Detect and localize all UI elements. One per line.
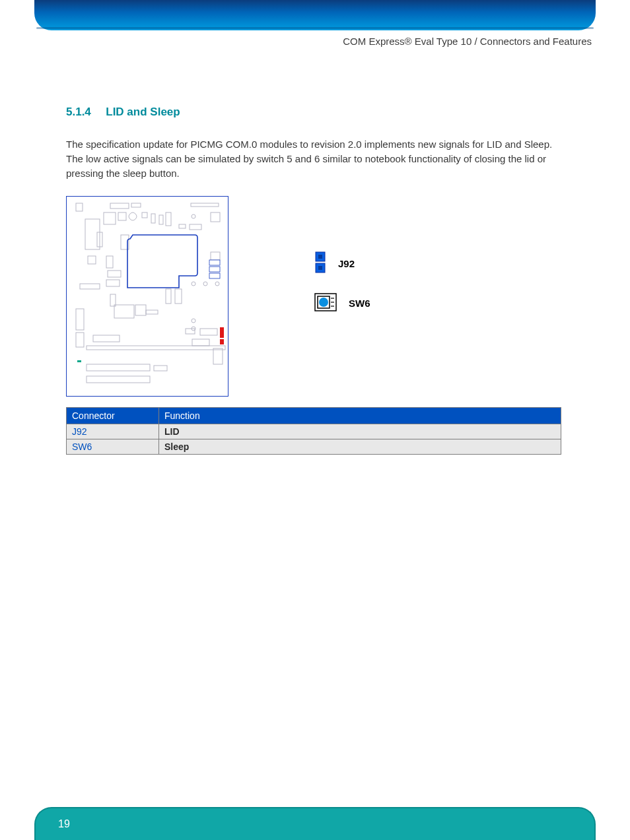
- sw6-icon: [314, 293, 337, 313]
- th-connector: Connector: [67, 408, 159, 424]
- figure-row: J92 SW6: [66, 196, 561, 397]
- section-number: 5.1.4: [66, 106, 91, 118]
- connector-table: Connector Function J92 LID SW6 Sleep: [66, 407, 561, 455]
- svg-point-58: [319, 298, 328, 307]
- cell-connector: SW6: [67, 439, 159, 455]
- svg-rect-47: [209, 267, 220, 272]
- table-row: SW6 Sleep: [67, 439, 561, 455]
- svg-rect-48: [209, 273, 220, 278]
- section-heading: 5.1.4 LID and Sleep: [66, 106, 561, 119]
- j92-icon: [314, 251, 326, 276]
- th-function: Function: [159, 408, 561, 424]
- cell-connector: J92: [67, 424, 159, 439]
- legend-sw6: SW6: [314, 293, 370, 313]
- svg-rect-49: [220, 327, 224, 338]
- board-diagram: [66, 196, 228, 397]
- legend: J92 SW6: [314, 251, 370, 331]
- cell-function: Sleep: [159, 439, 561, 455]
- breadcrumb: COM Express® Eval Type 10 / Connectors a…: [343, 36, 592, 47]
- svg-rect-50: [220, 339, 224, 344]
- svg-rect-46: [209, 260, 220, 265]
- legend-j92-label: J92: [338, 258, 355, 269]
- main-content: 5.1.4 LID and Sleep The specification up…: [66, 106, 561, 455]
- svg-rect-55: [318, 266, 322, 270]
- legend-j92: J92: [314, 251, 370, 276]
- top-banner: [34, 0, 596, 30]
- footer-banner: 19: [34, 807, 596, 840]
- table-header-row: Connector Function: [67, 408, 561, 424]
- section-title: LID and Sleep: [106, 106, 180, 118]
- section-paragraph: The specification update for PICMG COM.0…: [66, 137, 561, 180]
- svg-rect-51: [77, 360, 81, 362]
- legend-sw6-label: SW6: [349, 298, 370, 309]
- page-number: 19: [58, 818, 70, 830]
- svg-rect-53: [318, 255, 322, 259]
- table-row: J92 LID: [67, 424, 561, 439]
- cell-function: LID: [159, 424, 561, 439]
